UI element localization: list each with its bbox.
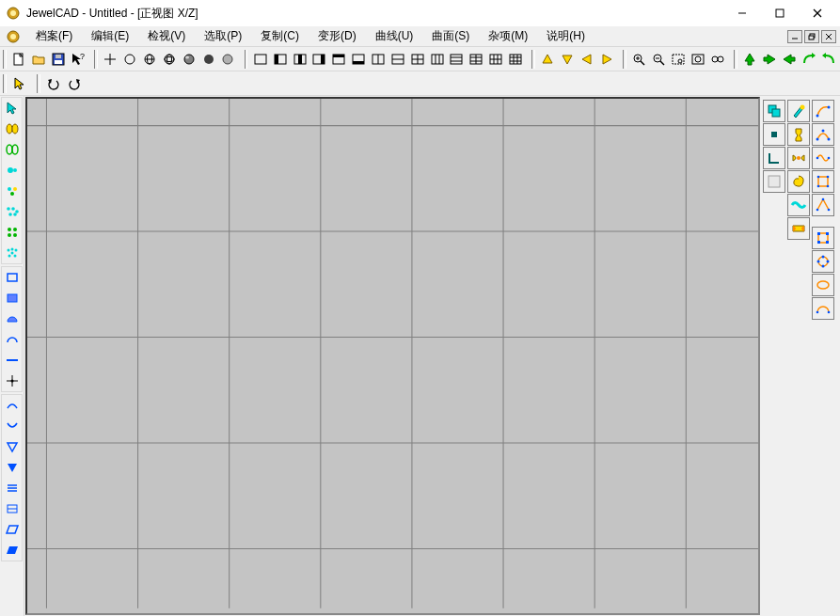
- bow-button[interactable]: [787, 147, 810, 169]
- vase-button[interactable]: [787, 123, 810, 146]
- wave-button[interactable]: [787, 194, 810, 216]
- zoom-in-button[interactable]: [629, 49, 649, 70]
- arc-tool-button[interactable]: [2, 329, 23, 350]
- ellipse-tool-button[interactable]: [812, 274, 834, 296]
- minimize-button[interactable]: [723, 0, 761, 26]
- sphere-grid-button[interactable]: [159, 49, 179, 70]
- toolbar-grip[interactable]: [3, 74, 7, 93]
- toolbar-grip[interactable]: [3, 50, 7, 69]
- arrow-up-green-button[interactable]: [740, 49, 760, 70]
- node-circ-button[interactable]: [812, 250, 834, 273]
- ellipses-h-button[interactable]: [2, 118, 23, 139]
- ribbon-button[interactable]: [787, 217, 810, 240]
- view-11-button[interactable]: [447, 49, 467, 70]
- curve-arrow-button[interactable]: [799, 49, 818, 70]
- blank-button[interactable]: [763, 170, 785, 193]
- menu-misc[interactable]: 杂项(M): [479, 26, 537, 46]
- disc-dark-button[interactable]: [198, 49, 218, 70]
- circles-cluster-button[interactable]: [2, 222, 23, 243]
- view-3-button[interactable]: [290, 49, 309, 70]
- node-sq-button[interactable]: [812, 227, 834, 249]
- close-button[interactable]: [799, 0, 836, 26]
- tri-down-button[interactable]: [558, 49, 578, 70]
- view-2-button[interactable]: [270, 49, 290, 70]
- corner-button[interactable]: [763, 147, 785, 169]
- open-button[interactable]: [29, 49, 49, 70]
- zoom-region-button[interactable]: [669, 49, 689, 70]
- arc-up-button[interactable]: [2, 395, 23, 416]
- view-7-button[interactable]: [369, 49, 388, 70]
- new-button[interactable]: [9, 49, 29, 70]
- menu-curve[interactable]: 曲线(U): [366, 26, 423, 46]
- ellipses-v-button[interactable]: [2, 139, 23, 160]
- arrow-left-green-button[interactable]: [780, 49, 800, 70]
- circle-button[interactable]: [120, 49, 140, 70]
- arc-down-button[interactable]: [2, 416, 23, 436]
- circles-2-button[interactable]: [2, 160, 23, 181]
- semicircle-tool-button[interactable]: [2, 308, 23, 329]
- toolbar-grip[interactable]: [623, 50, 626, 69]
- menu-view[interactable]: 检视(V): [138, 26, 195, 46]
- circles-5-button[interactable]: [2, 201, 23, 222]
- help-cursor-button[interactable]: ?: [68, 49, 87, 70]
- tri-down-solid-button[interactable]: [2, 457, 23, 478]
- menu-deform[interactable]: 变形(D): [309, 26, 366, 46]
- pointer-button[interactable]: [9, 73, 30, 94]
- view-1-button[interactable]: [250, 49, 270, 70]
- view-12-button[interactable]: [467, 49, 486, 70]
- arc-shape-button[interactable]: [812, 297, 834, 320]
- viewport-canvas[interactable]: [25, 97, 760, 615]
- save-button[interactable]: [49, 49, 69, 70]
- view-5-button[interactable]: [329, 49, 349, 70]
- menu-file[interactable]: 档案(F): [26, 26, 82, 46]
- spline1-button[interactable]: [812, 100, 834, 122]
- view-8-button[interactable]: [388, 49, 407, 70]
- mdi-restore-button[interactable]: [804, 30, 819, 43]
- rect-tool-button[interactable]: [2, 267, 23, 288]
- tri-right-button[interactable]: [597, 49, 617, 70]
- maximize-button[interactable]: [761, 0, 799, 26]
- tri-left-button[interactable]: [578, 49, 597, 70]
- menu-edit[interactable]: 编辑(E): [82, 26, 138, 46]
- spline3-button[interactable]: [812, 147, 834, 169]
- toolbar-grip[interactable]: [531, 50, 535, 69]
- toolbar-grip[interactable]: [245, 50, 248, 69]
- view-9-button[interactable]: [407, 49, 427, 70]
- globe-button[interactable]: [140, 49, 160, 70]
- tri-up-button[interactable]: [538, 49, 558, 70]
- mdi-minimize-button[interactable]: [787, 30, 802, 43]
- circles-3-button[interactable]: [2, 181, 23, 201]
- spline4-button[interactable]: [812, 170, 834, 193]
- line-tool-button[interactable]: [2, 350, 23, 371]
- toolbar-grip[interactable]: [734, 50, 737, 69]
- para-solid-button[interactable]: [2, 540, 23, 561]
- view-6-button[interactable]: [349, 49, 369, 70]
- menu-select[interactable]: 选取(P): [195, 26, 251, 46]
- view-13-button[interactable]: [486, 49, 506, 70]
- menu-surface[interactable]: 曲面(S): [422, 26, 479, 46]
- menu-help[interactable]: 说明(H): [537, 26, 594, 46]
- view-14-button[interactable]: [506, 49, 526, 70]
- mdi-close-button[interactable]: [821, 30, 836, 43]
- crosshair-tool-button[interactable]: [2, 371, 23, 391]
- arrow-right-green-button[interactable]: [760, 49, 780, 70]
- disc-light-button[interactable]: [218, 49, 238, 70]
- select-arrow-button[interactable]: [2, 98, 23, 118]
- para-outline-button[interactable]: [2, 519, 23, 540]
- tri-down-outline-button[interactable]: [2, 436, 23, 457]
- menu-copy[interactable]: 复制(C): [251, 26, 309, 46]
- spline5-button[interactable]: [812, 194, 834, 216]
- layer-dup-button[interactable]: [763, 100, 785, 122]
- pan-button[interactable]: [707, 49, 727, 70]
- crosshair-button[interactable]: [101, 49, 120, 70]
- small-sq-button[interactable]: [763, 123, 785, 146]
- brush-button[interactable]: [787, 100, 810, 122]
- spline2-button[interactable]: [812, 123, 834, 146]
- view-10-button[interactable]: [427, 49, 447, 70]
- swirl-button[interactable]: [787, 170, 810, 193]
- toolbar-grip[interactable]: [94, 50, 98, 69]
- sphere-solid-button[interactable]: [179, 49, 198, 70]
- rect-stripe-button[interactable]: [2, 498, 23, 519]
- undo-button[interactable]: [43, 73, 64, 94]
- stripes-button[interactable]: [2, 478, 23, 498]
